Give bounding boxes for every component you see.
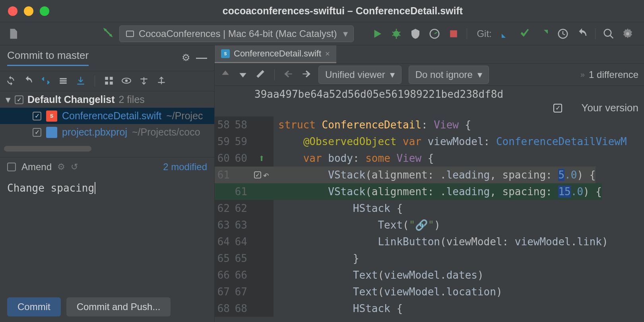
changelist-header[interactable]: ▾ Default Changelist 2 files bbox=[0, 91, 214, 108]
profile-icon[interactable] bbox=[427, 26, 442, 41]
diff-icon[interactable] bbox=[41, 76, 51, 87]
viewer-mode-select[interactable]: Unified viewer ▾ bbox=[318, 66, 402, 84]
view-icon[interactable] bbox=[121, 76, 132, 87]
run-configuration-selector[interactable]: CocoaConferences | Mac 64-bit (Mac Catal… bbox=[119, 25, 354, 42]
swift-file-icon: S bbox=[221, 49, 230, 58]
line-number: 62 bbox=[215, 200, 232, 217]
your-version-label: Your version bbox=[581, 102, 638, 114]
forward-icon[interactable] bbox=[301, 69, 311, 80]
file-row[interactable]: S ConferenceDetail.swift ~/Projec bbox=[0, 108, 214, 124]
changelist-checkbox[interactable] bbox=[15, 95, 23, 104]
commit-icon[interactable] bbox=[517, 26, 532, 41]
titlebar: cocoaconferences-swiftui – ConferenceDet… bbox=[0, 0, 644, 22]
accept-change-checkbox[interactable] bbox=[254, 171, 261, 178]
line-number: 65 bbox=[215, 250, 232, 267]
line-number: 66 bbox=[232, 267, 250, 283]
main-toolbar: CocoaConferences | Mac 64-bit (Mac Catal… bbox=[0, 22, 644, 45]
code-diff-view[interactable]: 5858struct ConferenceDetail: View { 5959… bbox=[215, 116, 644, 317]
changelist-icon[interactable] bbox=[58, 76, 68, 87]
expand-icon[interactable] bbox=[139, 76, 149, 87]
changelist-count: 2 files bbox=[118, 94, 144, 105]
run-config-label: CocoaConferences | Mac 64-bit (Mac Catal… bbox=[139, 28, 337, 39]
build-icon[interactable] bbox=[100, 26, 115, 41]
file-path: ~/Projects/coco bbox=[132, 126, 200, 138]
revision-info: 39aa497be64a52d56d05e561989221bed238df8d… bbox=[215, 86, 644, 116]
file-path: ~/Projec bbox=[166, 110, 203, 122]
editor-tab[interactable]: S ConferenceDetail.swift × bbox=[215, 45, 336, 63]
chevron-down-icon: ▾ bbox=[477, 69, 482, 80]
stop-icon[interactable] bbox=[446, 26, 461, 41]
coverage-icon[interactable] bbox=[408, 26, 423, 41]
commit-toolbar bbox=[0, 71, 214, 91]
history-icon[interactable] bbox=[555, 26, 570, 41]
xcode-file-icon bbox=[46, 127, 57, 138]
minimize-panel-icon[interactable]: — bbox=[196, 51, 207, 64]
code-line: Text("🔗") bbox=[274, 217, 440, 233]
refresh-icon[interactable] bbox=[6, 76, 16, 87]
window-title: cocoaconferences-swiftui – ConferenceDet… bbox=[49, 5, 636, 17]
rollback-icon[interactable] bbox=[23, 76, 33, 87]
line-number: 68 bbox=[232, 300, 250, 317]
svg-point-5 bbox=[604, 29, 611, 36]
next-change-icon[interactable] bbox=[238, 69, 248, 80]
modified-count: 2 modified bbox=[163, 161, 207, 173]
prev-change-icon[interactable] bbox=[220, 69, 231, 80]
line-number: 68 bbox=[215, 300, 232, 317]
file-checkbox[interactable] bbox=[33, 128, 41, 137]
commit-and-push-button[interactable]: Commit and Push... bbox=[66, 297, 171, 316]
zoom-window-button[interactable] bbox=[40, 6, 49, 16]
revert-icon[interactable]: ↶ bbox=[263, 167, 269, 183]
file-row[interactable]: project.pbxproj ~/Projects/coco bbox=[0, 124, 214, 140]
amend-checkbox[interactable] bbox=[7, 163, 16, 171]
line-number: 59 bbox=[232, 133, 250, 150]
separator bbox=[95, 76, 95, 87]
panel-title: Commit to master bbox=[7, 49, 89, 66]
shelve-icon[interactable] bbox=[76, 76, 86, 87]
line-number: 63 bbox=[215, 217, 232, 233]
editor-panel: S ConferenceDetail.swift × Unified viewe… bbox=[215, 45, 644, 322]
close-window-button[interactable] bbox=[8, 6, 17, 16]
scrollbar[interactable] bbox=[4, 146, 91, 151]
code-line-added: VStack(alignment: .leading, spacing: 15.… bbox=[274, 183, 602, 200]
gutter-marker-icon[interactable]: ⬆ bbox=[258, 150, 265, 167]
collapse-icon[interactable] bbox=[156, 76, 167, 87]
your-version-checkbox[interactable] bbox=[553, 104, 562, 113]
separator bbox=[274, 69, 275, 80]
traffic-lights bbox=[8, 6, 49, 16]
update-project-icon[interactable] bbox=[498, 26, 513, 41]
line-number: 67 bbox=[232, 283, 250, 300]
diff-status: »1 difference bbox=[580, 69, 638, 80]
rollback-icon[interactable] bbox=[574, 26, 590, 41]
run-icon[interactable] bbox=[370, 26, 385, 41]
group-icon[interactable] bbox=[104, 76, 114, 87]
gear-icon[interactable]: ⚙ bbox=[57, 162, 65, 172]
line-number: 64 bbox=[215, 233, 232, 250]
svg-rect-11 bbox=[110, 77, 113, 80]
file-checkbox[interactable] bbox=[33, 112, 41, 120]
settings-icon[interactable] bbox=[620, 26, 635, 41]
commit-message-input[interactable]: Change spacing bbox=[0, 177, 214, 293]
commit-button[interactable]: Commit bbox=[7, 297, 61, 316]
ignore-mode-label: Do not ignore bbox=[415, 69, 473, 80]
line-number: 61 bbox=[232, 183, 250, 200]
file-icon[interactable] bbox=[6, 26, 21, 41]
line-number: 61 bbox=[215, 167, 232, 183]
ignore-mode-select[interactable]: Do not ignore ▾ bbox=[409, 66, 489, 84]
back-icon[interactable] bbox=[283, 69, 294, 80]
svg-point-1 bbox=[394, 31, 400, 37]
revision-hash: 39aa497be64a52d56d05e561989221bed238df8d bbox=[254, 88, 638, 100]
edit-icon[interactable] bbox=[255, 69, 266, 80]
history-icon[interactable]: ↺ bbox=[71, 162, 78, 172]
line-number: 65 bbox=[232, 250, 250, 267]
push-icon[interactable] bbox=[536, 26, 551, 41]
minimize-window-button[interactable] bbox=[24, 6, 33, 16]
svg-rect-10 bbox=[105, 77, 108, 80]
gear-icon[interactable]: ⚙ bbox=[182, 52, 190, 63]
search-icon[interactable] bbox=[601, 26, 616, 41]
line-number: 63 bbox=[232, 217, 250, 233]
tab-label: ConferenceDetail.swift bbox=[234, 48, 321, 59]
close-tab-icon[interactable]: × bbox=[325, 49, 330, 58]
diff-toolbar: Unified viewer ▾ Do not ignore ▾ »1 diff… bbox=[215, 64, 644, 86]
chevron-down-icon: ▾ bbox=[390, 69, 395, 80]
debug-icon[interactable] bbox=[389, 26, 404, 41]
